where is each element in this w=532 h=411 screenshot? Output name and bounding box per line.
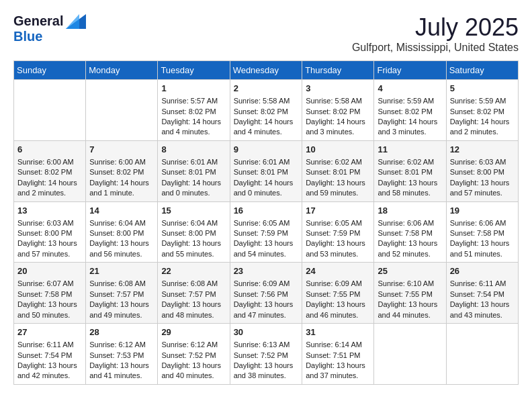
calendar-table: SundayMondayTuesdayWednesdayThursdayFrid…: [13, 60, 519, 385]
day-number: 14: [89, 205, 154, 217]
day-number: 11: [378, 144, 442, 156]
day-number: 24: [306, 265, 370, 277]
day-number: 3: [306, 83, 370, 95]
day-info: Daylight: 13 hours and 55 minutes.: [161, 238, 226, 259]
day-info: Sunrise: 6:12 AM: [161, 340, 226, 350]
day-info: Sunset: 8:02 PM: [17, 167, 82, 177]
calendar-title: July 2025: [352, 13, 519, 42]
day-info: Sunset: 7:55 PM: [306, 289, 370, 300]
calendar-cell: 3Sunrise: 5:58 AMSunset: 8:02 PMDaylight…: [302, 80, 374, 141]
calendar-cell: 17Sunrise: 6:05 AMSunset: 7:59 PMDayligh…: [302, 201, 374, 263]
day-info: Sunset: 8:02 PM: [378, 107, 442, 117]
calendar-week-row: 13Sunrise: 6:03 AMSunset: 8:00 PMDayligh…: [14, 201, 519, 263]
day-info: Sunrise: 5:58 AM: [306, 96, 370, 106]
calendar-cell: 26Sunrise: 6:11 AMSunset: 7:54 PMDayligh…: [446, 263, 518, 324]
day-info: Sunrise: 6:12 AM: [89, 340, 154, 350]
day-info: Sunrise: 6:03 AM: [17, 218, 82, 228]
calendar-cell: 7Sunrise: 6:00 AMSunset: 8:02 PMDaylight…: [86, 140, 158, 201]
day-info: Sunrise: 6:05 AM: [306, 218, 370, 228]
day-info: Sunrise: 6:02 AM: [306, 157, 370, 167]
calendar-cell: 16Sunrise: 6:05 AMSunset: 7:59 PMDayligh…: [230, 201, 302, 263]
calendar-cell: 28Sunrise: 6:12 AMSunset: 7:53 PMDayligh…: [86, 324, 158, 385]
calendar-cell: 31Sunrise: 6:14 AMSunset: 7:51 PMDayligh…: [302, 324, 374, 385]
day-info: Daylight: 13 hours and 56 minutes.: [89, 238, 154, 259]
calendar-cell: 13Sunrise: 6:03 AMSunset: 8:00 PMDayligh…: [14, 201, 86, 263]
day-info: Sunset: 7:56 PM: [234, 289, 299, 300]
day-info: Sunset: 7:52 PM: [234, 351, 299, 361]
day-number: 31: [306, 326, 370, 338]
day-info: Sunrise: 6:05 AM: [234, 218, 299, 228]
day-info: Daylight: 14 hours and 2 minutes.: [17, 178, 82, 199]
day-info: Sunrise: 6:09 AM: [306, 279, 370, 289]
day-info: Daylight: 13 hours and 53 minutes.: [306, 238, 370, 259]
day-info: Daylight: 13 hours and 47 minutes.: [234, 300, 299, 320]
day-info: Sunset: 7:57 PM: [89, 289, 154, 300]
day-number: 26: [450, 265, 515, 277]
calendar-subtitle: Gulfport, Mississippi, United States: [352, 42, 519, 54]
calendar-cell: 12Sunrise: 6:03 AMSunset: 8:00 PMDayligh…: [446, 140, 518, 201]
day-number: 10: [306, 144, 370, 156]
weekday-header-row: SundayMondayTuesdayWednesdayThursdayFrid…: [14, 61, 519, 80]
calendar-cell: 4Sunrise: 5:59 AMSunset: 8:02 PMDaylight…: [374, 80, 446, 141]
calendar-week-row: 6Sunrise: 6:00 AMSunset: 8:02 PMDaylight…: [14, 140, 519, 201]
day-number: 21: [89, 265, 154, 277]
day-info: Daylight: 13 hours and 38 minutes.: [234, 361, 299, 381]
day-number: 18: [378, 205, 442, 217]
day-info: Daylight: 14 hours and 0 minutes.: [234, 178, 299, 199]
day-number: 13: [17, 205, 82, 217]
day-number: 25: [378, 265, 442, 277]
day-info: Daylight: 13 hours and 37 minutes.: [306, 361, 370, 381]
day-number: 5: [450, 83, 515, 95]
day-info: Sunrise: 5:57 AM: [161, 96, 226, 106]
day-info: Sunrise: 6:03 AM: [450, 157, 515, 167]
day-number: 2: [234, 83, 299, 95]
day-info: Daylight: 13 hours and 41 minutes.: [89, 361, 154, 381]
day-info: Sunset: 8:02 PM: [161, 107, 226, 117]
day-info: Sunset: 7:58 PM: [17, 289, 82, 300]
weekday-header-saturday: Saturday: [446, 61, 518, 80]
calendar-cell: [374, 324, 446, 385]
calendar-cell: 19Sunrise: 6:06 AMSunset: 7:58 PMDayligh…: [446, 201, 518, 263]
calendar-cell: 24Sunrise: 6:09 AMSunset: 7:55 PMDayligh…: [302, 263, 374, 324]
day-number: 28: [89, 326, 154, 338]
day-info: Daylight: 13 hours and 40 minutes.: [161, 361, 226, 381]
calendar-cell: 18Sunrise: 6:06 AMSunset: 7:58 PMDayligh…: [374, 201, 446, 263]
day-number: 6: [17, 144, 82, 156]
day-info: Sunrise: 6:02 AM: [378, 157, 442, 167]
day-info: Sunset: 8:00 PM: [161, 228, 226, 238]
day-info: Daylight: 13 hours and 49 minutes.: [89, 300, 154, 320]
day-info: Sunrise: 6:08 AM: [161, 279, 226, 289]
day-info: Sunrise: 5:58 AM: [234, 96, 299, 106]
day-number: 12: [450, 144, 515, 156]
calendar-cell: 21Sunrise: 6:08 AMSunset: 7:57 PMDayligh…: [86, 263, 158, 324]
calendar-cell: 11Sunrise: 6:02 AMSunset: 8:01 PMDayligh…: [374, 140, 446, 201]
weekday-header-sunday: Sunday: [14, 61, 86, 80]
weekday-header-monday: Monday: [86, 61, 158, 80]
day-info: Sunrise: 6:00 AM: [17, 157, 82, 167]
calendar-cell: 9Sunrise: 6:01 AMSunset: 8:01 PMDaylight…: [230, 140, 302, 201]
day-info: Sunset: 7:58 PM: [378, 228, 442, 238]
day-info: Daylight: 14 hours and 3 minutes.: [378, 117, 442, 138]
weekday-header-wednesday: Wednesday: [230, 61, 302, 80]
day-info: Sunrise: 6:01 AM: [161, 157, 226, 167]
calendar-cell: 23Sunrise: 6:09 AMSunset: 7:56 PMDayligh…: [230, 263, 302, 324]
logo-icon: [66, 14, 86, 29]
day-info: Sunrise: 6:01 AM: [234, 157, 299, 167]
day-info: Daylight: 13 hours and 46 minutes.: [306, 300, 370, 320]
day-info: Sunrise: 6:11 AM: [17, 340, 82, 350]
day-info: Daylight: 14 hours and 3 minutes.: [306, 117, 370, 138]
day-info: Sunset: 7:54 PM: [450, 289, 515, 300]
calendar-cell: 8Sunrise: 6:01 AMSunset: 8:01 PMDaylight…: [158, 140, 230, 201]
day-info: Sunrise: 6:13 AM: [234, 340, 299, 350]
calendar-cell: 30Sunrise: 6:13 AMSunset: 7:52 PMDayligh…: [230, 324, 302, 385]
day-info: Sunset: 8:01 PM: [234, 167, 299, 177]
day-info: Sunset: 7:59 PM: [234, 228, 299, 238]
page-header: General Blue July 2025 Gulfport, Mississ…: [13, 13, 519, 54]
day-info: Sunset: 7:55 PM: [378, 289, 442, 300]
day-number: 20: [17, 265, 82, 277]
day-info: Daylight: 14 hours and 1 minute.: [89, 178, 154, 199]
calendar-cell: [446, 324, 518, 385]
calendar-cell: 10Sunrise: 6:02 AMSunset: 8:01 PMDayligh…: [302, 140, 374, 201]
day-info: Sunset: 8:01 PM: [378, 167, 442, 177]
calendar-cell: [14, 80, 86, 141]
